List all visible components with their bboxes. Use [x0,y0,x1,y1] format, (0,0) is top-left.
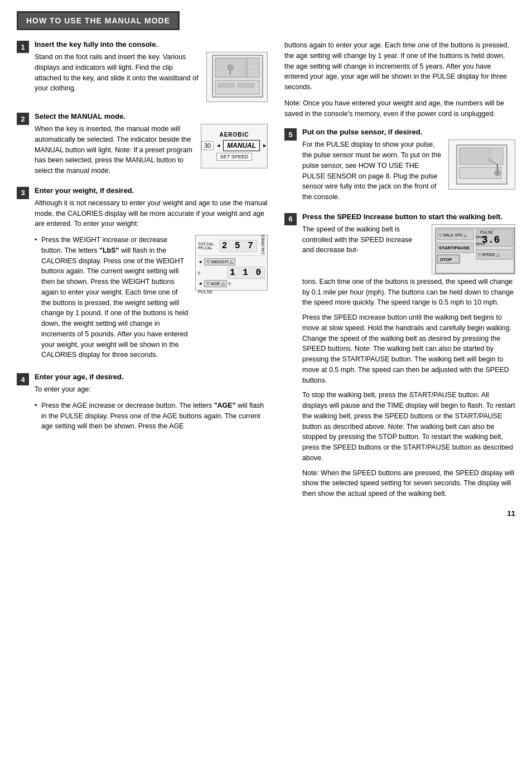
console-manual-row: 30 ◄ MANUAL ► [201,140,267,151]
svg-rect-12 [492,148,503,165]
console-set-speed: SET SPEED [216,153,252,161]
step-4-continuation: buttons again to enter your age. Each ti… [284,40,515,93]
console-manual-image: AEROBIC 30 ◄ MANUAL ► SET SPEED [201,124,268,168]
total-cal-label: TOT.CAL. PR.CAL. [198,242,215,250]
console-key-image [206,52,268,102]
svg-point-15 [496,172,499,174]
right-column: buttons again to enter your age. Each ti… [284,40,515,518]
zero2-label: 0 [229,282,231,286]
step-4-title: Enter your age, if desired. [35,373,268,381]
svg-rect-8 [218,83,235,88]
console-speed-image: ▽ WALK SPD △ PULSE 3.6 MIN/B MIN/B START… [432,224,515,274]
console-arrow-left: ◄ [216,143,221,148]
svg-rect-11 [460,148,490,165]
pulse-label: PULSE [198,289,212,294]
display-row-top: TOT.CAL. PR.CAL. 2 5 7 CALORIES [198,238,265,254]
step-4-content: Enter your age, if desired. To enter you… [35,373,268,434]
console-manual-label: MANUAL [223,140,260,151]
step-6-intro-text: The speed of the walking belt is control… [302,225,412,254]
step-1-number: 1 [17,41,29,53]
step-4-number: 4 [17,373,29,385]
step-5-number: 5 [284,128,297,141]
svg-rect-9 [238,83,254,88]
step-3-bullet-list: Press the WEIGHT increase or decrease bu… [35,235,188,360]
svg-rect-4 [247,58,259,78]
step-4: 4 Enter your age, if desired. To enter y… [17,373,268,434]
step-6-content: Press the SPEED Increase button to start… [302,213,515,499]
calories-label: CALORIES [261,238,265,254]
step-1: 1 Insert the key fully into the console.… [17,40,268,102]
console-weight-image: TOT.CAL. PR.CAL. 2 5 7 CALORIES ◄ ▽ WEIG… [195,235,268,291]
step-1-content: Insert the key fully into the console. S… [35,40,268,102]
weight-button: ▽ WEIGHT △ [204,258,235,265]
step-4-bullet: Press the AGE increase or decrease butto… [35,400,268,432]
step-5: 5 Put on the pulse sensor, if desired. F… [284,128,515,202]
svg-text:▽ WALK SPD △: ▽ WALK SPD △ [439,233,467,237]
console-arrow-right: ► [262,143,267,148]
step-6-title: Press the SPEED Increase button to start… [302,213,515,221]
step-3-bullet: Press the WEIGHT increase or decrease bu… [35,235,188,360]
console-pulse-image [448,139,515,190]
step-3-intro: Although it is not necessary to enter yo… [35,198,268,229]
console-aerobic-label: AEROBIC [219,132,249,138]
weight-digits: 2 5 7 [219,240,257,252]
step-5-text: For the PULSE display to show your pulse… [302,139,442,202]
step-2-number: 2 [17,113,29,125]
age-arrow-icon: ◄ [198,281,202,286]
step-2-content: Select the MANUAL mode. When the key is … [35,112,268,176]
step-3: 3 Enter your weight, if desired. Althoug… [17,186,268,363]
step-5-title: Put on the pulse sensor, if desired. [302,128,515,136]
age-digits: 1 1 0 [227,267,265,279]
zero-label: 0 [198,271,200,275]
step-6-number: 6 [284,213,297,225]
step-2: 2 Select the MANUAL mode. When the key i… [17,112,268,176]
step-6: 6 Press the SPEED Increase button to sta… [284,213,515,499]
console-number: 30 [201,141,214,150]
note-weight-age: Note: Once you have entered your weight … [284,98,515,119]
svg-text:MIN/B: MIN/B [476,242,485,245]
left-column: 1 Insert the key fully into the console.… [17,40,268,518]
key-console-svg [207,52,268,102]
svg-text:PULSE: PULSE [480,230,493,234]
svg-text:START/PAUSE: START/PAUSE [439,245,470,250]
display-row-bottom: 0 1 1 0 [198,267,265,279]
svg-text:▽ SPEED △: ▽ SPEED △ [478,253,500,257]
step-1-text: Stand on the foot rails and insert the k… [35,52,200,102]
step-6-para3: To stop the walking belt, press the STAR… [302,390,515,463]
step-4-intro: To enter your age: [35,384,268,395]
step-6-text-cont: tons. Each time one of the buttons is pr… [302,277,515,308]
speed-console-svg: ▽ WALK SPD △ PULSE 3.6 MIN/B MIN/B START… [434,227,515,274]
pulse-row: PULSE [198,289,265,294]
step-5-content: Put on the pulse sensor, if desired. For… [302,128,515,202]
step-3-bullet-container: Press the WEIGHT increase or decrease bu… [35,235,188,363]
weight-btn-row: ◄ ▽ WEIGHT △ [198,258,265,265]
page-number: 11 [284,509,515,518]
step-1-title: Insert the key fully into the console. [35,40,268,49]
step-3-title: Enter your weight, if desired. [35,186,268,195]
pulse-console-svg [454,142,510,187]
step-6-intro: The speed of the walking belt is control… [302,224,425,274]
step-3-number: 3 [17,187,29,199]
svg-point-2 [228,65,233,70]
age-btn-row: ◄ ▽ AGE △ 0 [198,280,265,287]
step-4-bullet-list: Press the AGE increase or decrease butto… [35,400,268,432]
step-3-content: Enter your weight, if desired. Although … [35,186,268,363]
svg-text:STOP: STOP [440,257,452,262]
svg-text:MIN/B: MIN/B [476,235,485,239]
step-6-para4: Note: When the SPEED buttons are pressed… [302,468,515,499]
step-2-title: Select the MANUAL mode. [35,112,268,120]
weight-arrow-icon: ◄ [198,259,202,264]
page-title: HOW TO USE THE MANUAL MODE [17,11,180,30]
age-button: ▽ AGE △ [204,280,227,287]
step-2-text: When the key is inserted, the manual mod… [35,124,194,176]
page-header: HOW TO USE THE MANUAL MODE [17,11,515,40]
step-6-para2: Press the SPEED increase button until th… [302,312,515,385]
